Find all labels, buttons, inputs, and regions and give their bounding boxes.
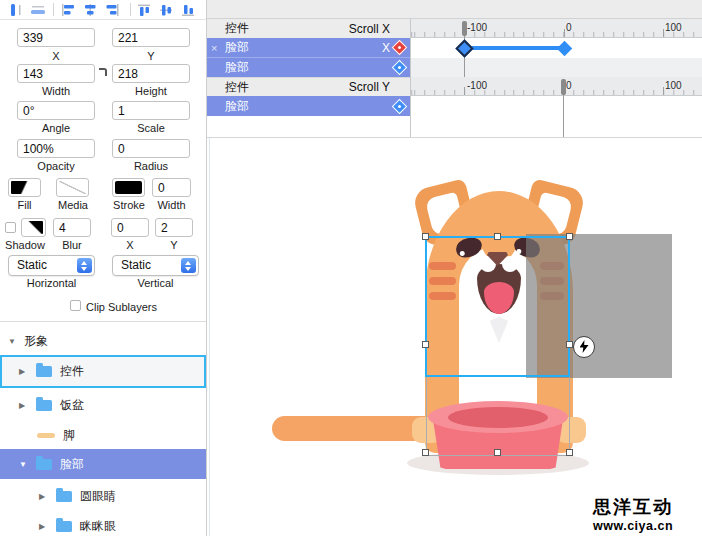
y-label: Y xyxy=(111,50,191,62)
row-layer-name: 脸部 xyxy=(225,98,249,115)
disclosure-right-icon[interactable]: ▶ xyxy=(39,492,49,501)
shadow-label: Shadow xyxy=(2,239,48,251)
ruler-label: 0 xyxy=(566,80,572,91)
layer-item-mimiyan[interactable]: ▶ 眯眯眼 xyxy=(0,513,206,536)
row-layer-name: 脸部 xyxy=(225,59,249,76)
stepper-icon xyxy=(77,258,92,273)
stroke-width-input[interactable] xyxy=(152,178,191,197)
shadow-swatch[interactable] xyxy=(21,218,46,237)
align-right-icon[interactable] xyxy=(104,3,121,17)
keyframe-blue-icon[interactable] xyxy=(392,98,408,114)
keyframe-blue-icon[interactable] xyxy=(392,60,408,76)
canvas[interactable]: 思洋互动 www.ciya.cn xyxy=(207,137,702,536)
x-input[interactable] xyxy=(17,28,95,47)
horizontal-resize-dropdown[interactable]: Static xyxy=(8,255,95,276)
track-empty xyxy=(410,58,702,77)
watermark-line1: 思洋互动 xyxy=(588,495,678,519)
fill-swatch[interactable] xyxy=(8,178,41,197)
layer-item-yuanyanjing[interactable]: ▶ 圆眼睛 xyxy=(0,481,206,511)
timeline-row-lianbu-x[interactable]: × 脸部 X xyxy=(207,38,410,58)
media-label: Media xyxy=(50,199,96,211)
timeline-row-scrolly-header[interactable]: 控件 Scroll Y xyxy=(207,77,410,96)
align-center-icon[interactable] xyxy=(82,3,99,17)
selection-box[interactable] xyxy=(425,236,570,377)
align-left-icon[interactable] xyxy=(60,3,77,17)
disclosure-right-icon[interactable]: ▶ xyxy=(19,367,29,376)
shadow-x-input[interactable] xyxy=(111,218,149,237)
shadow-y-input[interactable] xyxy=(155,218,193,237)
disclosure-down-icon[interactable]: ▼ xyxy=(19,460,29,469)
folder-icon xyxy=(56,491,72,502)
timeline-row-lianbu-2[interactable]: 脸部 xyxy=(207,58,410,77)
angle-label: Angle xyxy=(16,122,96,134)
disclosure-right-icon[interactable]: ▶ xyxy=(19,401,29,410)
height-input[interactable] xyxy=(112,64,190,83)
timeline-row-lianbu-3[interactable]: 脸部 xyxy=(207,96,410,116)
constrain-proportions-icon[interactable] xyxy=(99,68,107,76)
resize-handle-se[interactable] xyxy=(566,449,573,456)
ruler-scroll-x[interactable]: -100 0 100 xyxy=(410,19,702,38)
row-property: X xyxy=(382,41,390,55)
vertical-label: Vertical xyxy=(112,277,199,289)
media-swatch[interactable] xyxy=(56,178,89,197)
driver-lightning-badge[interactable] xyxy=(573,336,595,358)
track-scrolly xyxy=(410,96,702,137)
row-layer-name: 脸部 xyxy=(225,39,249,56)
disclosure-down-icon[interactable]: ▼ xyxy=(8,337,18,346)
shadow-checkbox[interactable] xyxy=(5,222,16,233)
y-input[interactable] xyxy=(112,28,190,47)
clip-sublayers-label: Clip Sublayers xyxy=(86,301,176,313)
timeline-row-scrollx-header[interactable]: 控件 Scroll X xyxy=(207,19,410,38)
align-bottom-icon[interactable] xyxy=(180,3,197,17)
layer-item-kongjian[interactable]: ▶ 控件 xyxy=(0,355,206,388)
selection-edge-left xyxy=(426,377,427,456)
timeline-column-divider[interactable] xyxy=(410,19,411,137)
timeline-header-strip xyxy=(207,0,702,19)
radius-input[interactable] xyxy=(112,139,190,158)
resize-handle-n[interactable] xyxy=(494,233,501,240)
keyframe-red-icon[interactable] xyxy=(392,40,408,56)
layer-label: 眯眯眼 xyxy=(80,518,116,535)
resize-handle-e[interactable] xyxy=(566,341,573,348)
distribute-horizontal-icon[interactable] xyxy=(8,3,25,17)
width-input[interactable] xyxy=(17,64,95,83)
inspector-panel: X Y Width Height Angle Scale Opacity Rad… xyxy=(0,0,207,536)
horizontal-resize-value: Static xyxy=(17,258,47,272)
app-window: X Y Width Height Angle Scale Opacity Rad… xyxy=(0,0,702,536)
keyframe-segment xyxy=(464,46,564,50)
angle-input[interactable] xyxy=(17,101,95,120)
layer-item-jiao[interactable]: 脚 xyxy=(0,422,206,449)
playhead-y-line xyxy=(563,94,564,137)
clip-sublayers-checkbox[interactable] xyxy=(70,300,81,311)
close-icon[interactable]: × xyxy=(211,42,217,54)
playhead-y-handle[interactable] xyxy=(561,79,566,95)
layer-root[interactable]: ▼ 形象 xyxy=(0,328,206,354)
opacity-input[interactable] xyxy=(17,139,95,158)
vertical-resize-dropdown[interactable]: Static xyxy=(112,255,199,276)
align-top-icon[interactable] xyxy=(136,3,153,17)
resize-handle-s[interactable] xyxy=(494,449,501,456)
layer-label: 控件 xyxy=(60,363,84,380)
resize-handle-sw[interactable] xyxy=(422,449,429,456)
toolbar-separator xyxy=(53,3,54,16)
scale-input[interactable] xyxy=(112,101,190,120)
stroke-label: Stroke xyxy=(106,199,152,211)
layer-label: 圆眼睛 xyxy=(80,488,116,505)
folder-icon xyxy=(36,366,52,377)
playhead-x-handle[interactable] xyxy=(462,21,467,36)
resize-handle-w[interactable] xyxy=(422,341,429,348)
major-tick xyxy=(663,87,664,95)
disclosure-right-icon[interactable]: ▶ xyxy=(39,522,49,531)
layer-item-fanpen[interactable]: ▶ 饭盆 xyxy=(0,391,206,419)
layer-label: 脚 xyxy=(63,427,75,444)
distribute-vertical-icon[interactable] xyxy=(30,3,47,17)
x-label: X xyxy=(16,50,96,62)
resize-handle-ne[interactable] xyxy=(566,233,573,240)
layer-item-lianbu[interactable]: ▼ 脸部 xyxy=(0,449,206,479)
ruler-scroll-y[interactable]: -100 0 100 xyxy=(410,77,702,96)
stroke-swatch[interactable] xyxy=(112,178,145,197)
row-layer-name: 控件 xyxy=(225,20,249,37)
align-middle-icon[interactable] xyxy=(158,3,175,17)
resize-handle-nw[interactable] xyxy=(422,233,429,240)
shadow-blur-input[interactable] xyxy=(53,218,91,237)
